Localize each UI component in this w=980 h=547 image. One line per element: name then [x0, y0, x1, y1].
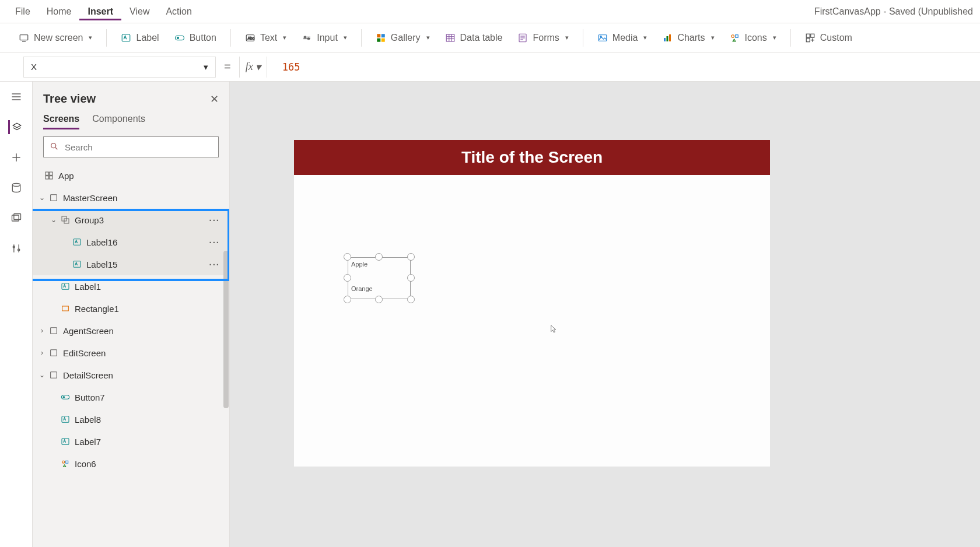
more-icon[interactable]: ···	[205, 237, 223, 247]
text-icon: Abc	[245, 33, 256, 43]
resize-handle[interactable]	[407, 296, 415, 303]
canvas-label-orange[interactable]: Orange	[351, 285, 373, 292]
resize-handle[interactable]	[344, 296, 351, 303]
search-input[interactable]	[43, 136, 219, 157]
tree-node-group3[interactable]: ⌄ Group3 ···	[33, 209, 229, 231]
menu-action[interactable]: Action	[158, 3, 200, 20]
resize-handle[interactable]	[407, 253, 415, 261]
canvas-screen[interactable]: Title of the Screen Apple Orange	[294, 140, 770, 467]
chevron-right-icon[interactable]: ›	[37, 349, 47, 357]
svg-rect-51	[50, 172, 52, 175]
property-selector[interactable]: X ▾	[23, 57, 216, 78]
tree-node-agentscreen[interactable]: › AgentScreen	[33, 320, 229, 342]
svg-point-29	[732, 34, 734, 37]
menu-insert[interactable]: Insert	[79, 3, 121, 20]
resize-handle[interactable]	[344, 253, 351, 261]
insert-label-button[interactable]: Label	[117, 30, 162, 45]
label-icon	[61, 282, 70, 291]
svg-rect-53	[50, 176, 52, 179]
tree-view-icon[interactable]	[8, 120, 22, 134]
chevron-down-icon[interactable]: ⌄	[49, 216, 58, 224]
resize-handle[interactable]	[375, 253, 383, 261]
insert-forms-button[interactable]: Forms ▾	[514, 30, 572, 45]
insert-custom-button[interactable]: Custom	[802, 30, 856, 45]
chevron-right-icon[interactable]: ›	[37, 327, 47, 335]
app-icon	[44, 171, 54, 180]
svg-rect-52	[46, 176, 48, 179]
tools-rail-icon[interactable]	[9, 241, 23, 255]
tree-node-label16[interactable]: Label16 ···	[33, 231, 229, 253]
screen-title-text: Title of the Screen	[461, 148, 603, 167]
insert-charts-button[interactable]: Charts ▾	[659, 30, 718, 45]
tab-screens[interactable]: Screens	[43, 114, 79, 129]
label-icon	[72, 260, 82, 269]
selected-group[interactable]: Apple Orange	[348, 257, 411, 299]
insert-gallery-button[interactable]: Gallery ▾	[372, 30, 433, 45]
menu-file[interactable]: File	[7, 3, 38, 20]
tree-node-editscreen[interactable]: › EditScreen	[33, 342, 229, 364]
tree-node-label8[interactable]: Label8	[33, 408, 229, 430]
insert-media-button[interactable]: Media ▾	[594, 30, 651, 45]
data-rail-icon[interactable]	[9, 181, 23, 195]
insert-button-button[interactable]: Button	[171, 30, 220, 45]
tab-components[interactable]: Components	[92, 114, 145, 129]
insert-datatable-button[interactable]: Data table	[442, 30, 506, 45]
svg-rect-31	[806, 34, 810, 37]
fx-button[interactable]: fx ▾	[239, 57, 267, 78]
more-icon[interactable]: ···	[205, 260, 223, 269]
formula-value: 165	[282, 61, 300, 73]
tree-node-label7[interactable]: Label7	[33, 430, 229, 453]
label-icon	[61, 415, 70, 424]
tree-node-detailscreen[interactable]: ⌄ DetailScreen	[33, 364, 229, 386]
label-icon	[61, 437, 70, 446]
tree-node-masterscreen[interactable]: ⌄ MasterScreen	[33, 187, 229, 209]
resize-handle[interactable]	[344, 274, 351, 282]
close-icon[interactable]: ✕	[210, 93, 219, 106]
svg-rect-62	[51, 350, 57, 356]
screen-title-bar[interactable]: Title of the Screen	[294, 140, 770, 175]
resize-handle[interactable]	[407, 274, 415, 282]
tree-node-app[interactable]: App	[33, 164, 229, 187]
media-icon	[597, 33, 608, 43]
tree-node-label1[interactable]: Label1	[33, 275, 229, 297]
divider	[361, 29, 362, 47]
tree-node-rectangle1[interactable]: Rectangle1	[33, 297, 229, 320]
menu-home[interactable]: Home	[38, 3, 80, 20]
canvas-area[interactable]: Title of the Screen Apple Orange	[230, 82, 980, 547]
tree-label: Label7	[75, 437, 223, 447]
tree-node-icon6[interactable]: Icon6	[33, 453, 229, 475]
more-icon[interactable]: ···	[205, 215, 223, 225]
tree-label: App	[58, 171, 223, 181]
insert-icons-button[interactable]: Icons ▾	[726, 30, 780, 45]
hamburger-icon[interactable]	[9, 90, 23, 104]
tree-label: EditScreen	[63, 348, 223, 358]
equals-sign: =	[224, 60, 231, 73]
resize-handle[interactable]	[375, 296, 383, 303]
svg-rect-3	[175, 36, 184, 40]
insert-rail-icon[interactable]	[9, 150, 23, 164]
chevron-down-icon[interactable]: ⌄	[37, 371, 47, 379]
menu-view[interactable]: View	[121, 3, 158, 20]
canvas-label-apple[interactable]: Apple	[351, 261, 368, 268]
svg-rect-64	[61, 395, 69, 399]
formula-input[interactable]: 165	[275, 57, 971, 78]
search-field[interactable]	[64, 142, 212, 153]
button-icon	[61, 392, 70, 402]
media-rail-icon[interactable]	[9, 211, 23, 225]
tree-list[interactable]: App ⌄ MasterScreen ⌄ Group3 ··· Label16 …	[33, 164, 229, 547]
new-screen-button[interactable]: New screen ▾	[15, 30, 96, 45]
data-table-icon	[445, 33, 456, 43]
search-icon	[50, 142, 59, 153]
svg-rect-33	[806, 38, 810, 41]
svg-rect-60	[62, 306, 69, 311]
icons-icon	[730, 33, 740, 43]
scrollbar-thumb[interactable]	[223, 251, 229, 408]
chevron-down-icon[interactable]: ⌄	[37, 194, 47, 202]
tree-node-label15[interactable]: Label15 ···	[33, 253, 229, 275]
ribbon: New screen ▾ Label Button Abc Text ▾	[0, 23, 980, 52]
divider	[230, 29, 231, 47]
insert-input-button[interactable]: Input ▾	[298, 30, 351, 45]
insert-text-button[interactable]: Abc Text ▾	[242, 30, 290, 45]
tree-node-button7[interactable]: Button7	[33, 386, 229, 408]
rectangle-icon	[61, 304, 70, 313]
